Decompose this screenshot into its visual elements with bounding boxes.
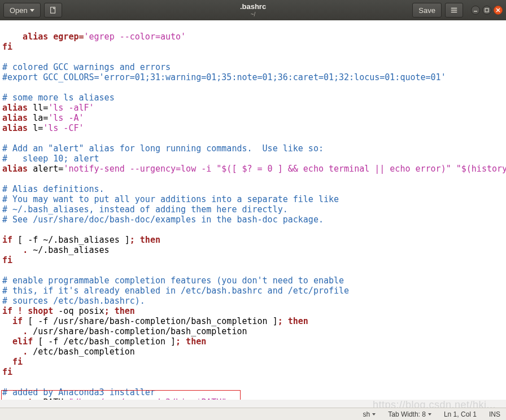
code-comment: # Add an "alert" alias for long running …	[2, 143, 324, 154]
code-text: .	[23, 245, 28, 255]
code-comment: # this, if it's already enabled in /etc/…	[2, 286, 349, 296]
code-text: [ -f /etc/bash_completion ]	[33, 336, 176, 347]
code-text: then	[181, 336, 206, 347]
code-comment: # See /usr/share/doc/bash-doc/examples i…	[2, 215, 324, 225]
code-comment: # sleep 10; alert	[2, 154, 99, 164]
code-text: la=	[28, 113, 48, 123]
code-text: shopt	[23, 306, 53, 316]
highlight-box	[1, 390, 241, 400]
minimize-icon	[473, 8, 478, 12]
code-comment: #export GCC_COLORS='error=01;31:warning=…	[2, 72, 446, 82]
minimize-button[interactable]	[471, 6, 480, 15]
status-tabwidth-label: Tab Width: 8	[388, 410, 426, 418]
code-text: elif	[2, 336, 33, 347]
svg-rect-0	[50, 7, 55, 14]
titlebar-left: Open	[3, 3, 62, 18]
code-text: !	[12, 306, 23, 316]
code-comment: # enable programmable completion feature…	[2, 275, 344, 286]
maximize-button[interactable]	[482, 6, 491, 15]
chevron-down-icon	[372, 413, 376, 415]
close-icon	[496, 8, 500, 12]
save-button[interactable]: Save	[412, 3, 442, 18]
code-text: fi	[2, 357, 23, 367]
code-text: if	[2, 306, 12, 316]
code-text: .	[23, 326, 28, 336]
code-text: [ -f ~/.bash_aliases ]	[12, 235, 130, 245]
status-lang-label: sh	[363, 410, 370, 418]
maximize-icon	[485, 8, 489, 12]
svg-rect-1	[485, 8, 488, 12]
window-controls	[471, 6, 503, 15]
document-icon	[49, 6, 57, 14]
statusbar: sh Tab Width: 8 Ln 1, Col 1 INS	[0, 408, 506, 420]
code-text: then	[110, 306, 135, 316]
code-comment: # ~/.bash_aliases, instead of adding the…	[2, 204, 288, 215]
code-text: .	[23, 347, 28, 357]
titlebar-center: .bashrc ~/	[240, 3, 266, 17]
window-title: .bashrc	[240, 3, 266, 11]
code-text: fi	[2, 42, 12, 52]
code-text: [ -f /usr/share/bash-completion/bash_com…	[23, 316, 278, 326]
code-text: alias	[2, 113, 28, 123]
code-comment: # some more ls aliases	[2, 93, 115, 103]
code-text: alias	[2, 164, 28, 174]
save-label: Save	[418, 6, 435, 15]
code-text: 'ls -CF'	[43, 123, 84, 133]
code-text: alert=	[28, 164, 63, 174]
code-text	[2, 326, 23, 336]
open-button[interactable]: Open	[3, 3, 41, 18]
menu-button[interactable]	[445, 3, 463, 18]
open-label: Open	[10, 6, 28, 15]
status-position-label: Ln 1, Col 1	[444, 410, 477, 418]
status-mode-label: INS	[489, 410, 500, 418]
code-text: alias	[2, 103, 28, 113]
code-comment: # You may want to put all your additions…	[2, 194, 339, 204]
code-text: alias egrep=	[2, 32, 84, 42]
code-text: ;	[104, 306, 110, 316]
status-mode[interactable]: INS	[489, 410, 500, 418]
status-tabwidth[interactable]: Tab Width: 8	[388, 410, 431, 418]
code-text	[2, 245, 23, 255]
code-text: ll=	[28, 103, 48, 113]
titlebar-right: Save	[412, 3, 503, 18]
editor-area[interactable]: alias egrep='egrep --color=auto' fi # co…	[0, 20, 506, 400]
hamburger-icon	[450, 6, 458, 14]
status-position[interactable]: Ln 1, Col 1	[444, 410, 477, 418]
code-text: 'ls -A'	[48, 113, 84, 123]
titlebar: Open .bashrc ~/ Save	[0, 0, 506, 20]
code-text: 'notify-send --urgency=low -i "$([ $? = …	[63, 164, 506, 174]
code-text: ~/.bash_aliases	[28, 245, 110, 255]
code-text: 'ls -alF'	[48, 103, 94, 113]
code-text: alias	[2, 123, 28, 133]
code-text: then	[135, 235, 160, 245]
code-text: 'egrep --color=auto'	[84, 32, 186, 42]
code-text: then	[283, 316, 308, 326]
code-text: fi	[2, 367, 12, 377]
code-text: l=	[28, 123, 43, 133]
status-lang[interactable]: sh	[363, 410, 376, 418]
new-doc-button[interactable]	[44, 3, 62, 18]
code-text: if	[2, 316, 23, 326]
code-text: ;	[176, 336, 181, 347]
chevron-down-icon	[428, 413, 431, 415]
code-text: -oq posix	[53, 306, 104, 316]
close-button[interactable]	[494, 6, 503, 15]
code-comment: # colored GCC warnings and errors	[2, 62, 171, 72]
code-text: fi	[2, 255, 12, 265]
code-text: ;	[278, 316, 283, 326]
code-text	[2, 347, 23, 357]
code-text: /etc/bash_completion	[28, 347, 135, 357]
code-text: if	[2, 235, 12, 245]
code-text: /usr/share/bash-completion/bash_completi…	[28, 326, 247, 336]
code-text: ;	[130, 235, 135, 245]
code-comment: # Alias definitions.	[2, 184, 104, 194]
chevron-down-icon	[30, 9, 34, 12]
code-comment: # sources /etc/bash.bashrc).	[2, 296, 145, 306]
window-subtitle: ~/	[240, 11, 266, 18]
